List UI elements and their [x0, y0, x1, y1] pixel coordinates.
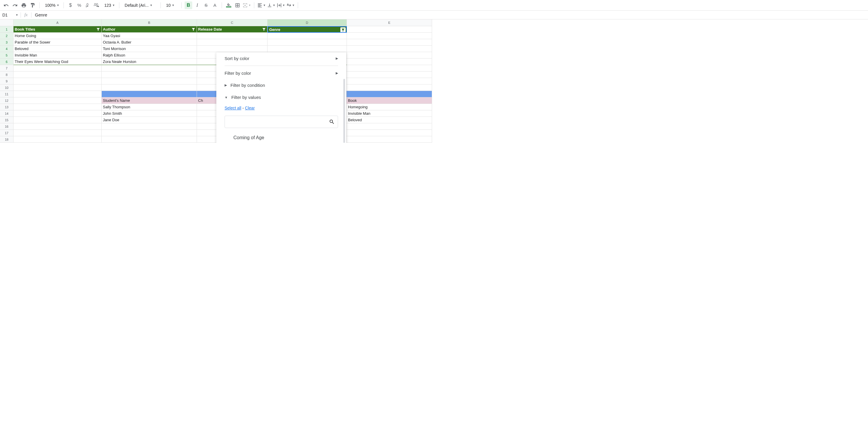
row-header[interactable]: 4: [0, 46, 13, 52]
undo-button[interactable]: [2, 1, 10, 9]
row-header[interactable]: 1: [0, 26, 13, 33]
cell[interactable]: Home Going: [13, 33, 102, 39]
filter-icon-active[interactable]: [340, 27, 346, 33]
text-rotation-button[interactable]: ▼: [286, 1, 295, 9]
strikethrough-button[interactable]: S: [202, 1, 210, 9]
col-header[interactable]: A: [13, 20, 102, 26]
cell[interactable]: Ralph Ellison: [102, 52, 197, 59]
cell[interactable]: Octavia A. Butler: [102, 39, 197, 46]
cell[interactable]: [13, 110, 102, 117]
cell[interactable]: Student's Name: [102, 97, 197, 104]
cell[interactable]: [102, 136, 197, 143]
cell[interactable]: [102, 123, 197, 130]
cell[interactable]: [347, 136, 432, 143]
cell[interactable]: [102, 84, 197, 91]
row-header[interactable]: 11: [0, 91, 13, 97]
popup-scrollbar[interactable]: [343, 79, 345, 143]
cell[interactable]: [347, 33, 432, 39]
currency-button[interactable]: $: [67, 1, 74, 9]
cell[interactable]: [268, 33, 347, 39]
filter-by-values-item[interactable]: ▼ Filter by values: [216, 91, 346, 103]
header-cell-genre[interactable]: Genre: [268, 26, 347, 33]
cell[interactable]: [102, 130, 197, 136]
cell[interactable]: [347, 91, 432, 97]
row-header[interactable]: 12: [0, 97, 13, 104]
cell[interactable]: [197, 39, 268, 46]
row-header[interactable]: 16: [0, 123, 13, 130]
filter-by-color-item[interactable]: Filter by color ▶: [216, 67, 346, 79]
select-all-corner[interactable]: [0, 20, 13, 26]
cell[interactable]: [13, 104, 102, 110]
print-button[interactable]: [20, 1, 28, 9]
cell[interactable]: Toni Morrison: [102, 46, 197, 52]
row-header[interactable]: 5: [0, 52, 13, 59]
cell[interactable]: [13, 84, 102, 91]
cell[interactable]: [268, 39, 347, 46]
header-cell-book-titles[interactable]: Book Titles: [13, 26, 102, 33]
filter-search-box[interactable]: [224, 116, 338, 128]
cell[interactable]: [347, 52, 432, 59]
cell[interactable]: John Smith: [102, 110, 197, 117]
row-header[interactable]: 18: [0, 136, 13, 143]
cell[interactable]: [347, 123, 432, 130]
fill-color-button[interactable]: [225, 1, 232, 9]
row-header[interactable]: 6: [0, 59, 13, 65]
cell[interactable]: [13, 78, 102, 84]
font-size-select[interactable]: 10 ▼: [164, 1, 179, 9]
filter-value-coming-of-age[interactable]: Coming of Age: [231, 132, 340, 143]
bold-button[interactable]: B: [185, 1, 192, 9]
row-header[interactable]: 7: [0, 65, 13, 72]
paint-format-button[interactable]: [29, 1, 36, 9]
cell[interactable]: Their Eyes Were Watching God: [13, 59, 102, 65]
cell[interactable]: [13, 123, 102, 130]
decrease-decimal-button[interactable]: .0: [84, 1, 92, 9]
filter-icon[interactable]: [261, 27, 267, 32]
clear-link[interactable]: Clear: [245, 106, 254, 110]
font-select[interactable]: Default (Ari... ▼: [122, 1, 158, 9]
cell[interactable]: Beloved: [347, 117, 432, 123]
percent-button[interactable]: %: [75, 1, 83, 9]
filter-search-input[interactable]: [228, 119, 329, 124]
cell[interactable]: [347, 84, 432, 91]
cell[interactable]: [347, 39, 432, 46]
cell[interactable]: [347, 26, 432, 33]
row-header[interactable]: 10: [0, 84, 13, 91]
increase-decimal-button[interactable]: .00: [93, 1, 101, 9]
h-align-button[interactable]: ▼: [257, 1, 266, 9]
cell[interactable]: [102, 65, 197, 72]
filter-icon[interactable]: [191, 27, 196, 32]
col-header[interactable]: C: [197, 20, 268, 26]
header-cell-release-date[interactable]: Release Date: [197, 26, 268, 33]
row-header[interactable]: 13: [0, 104, 13, 110]
cell[interactable]: Homegoing: [347, 104, 432, 110]
merge-cells-button[interactable]: ▼: [243, 1, 251, 9]
sort-by-color-item[interactable]: Sort by color ▶: [216, 52, 346, 64]
redo-button[interactable]: [11, 1, 19, 9]
cell[interactable]: [102, 91, 197, 97]
cell[interactable]: [13, 72, 102, 78]
cell[interactable]: [197, 33, 268, 39]
cell[interactable]: Book: [347, 97, 432, 104]
row-header[interactable]: 2: [0, 33, 13, 39]
cell[interactable]: [347, 59, 432, 65]
col-header[interactable]: B: [102, 20, 197, 26]
row-header[interactable]: 17: [0, 130, 13, 136]
row-header[interactable]: 9: [0, 78, 13, 84]
cell[interactable]: Sally Thompson: [102, 104, 197, 110]
italic-button[interactable]: I: [193, 1, 201, 9]
row-header[interactable]: 8: [0, 72, 13, 78]
text-color-button[interactable]: A: [211, 1, 219, 9]
cell[interactable]: [13, 65, 102, 72]
cell[interactable]: [102, 78, 197, 84]
name-box[interactable]: D1 ▼: [0, 13, 21, 17]
select-all-link[interactable]: Select all: [224, 106, 241, 110]
cell[interactable]: Yaa Gyasi: [102, 33, 197, 39]
filter-icon[interactable]: [96, 27, 101, 32]
cell[interactable]: Invisible Man: [347, 110, 432, 117]
row-header[interactable]: 14: [0, 110, 13, 117]
formula-input[interactable]: Genre: [31, 12, 51, 17]
cell[interactable]: [102, 72, 197, 78]
cell[interactable]: Beloved: [13, 46, 102, 52]
row-header[interactable]: 15: [0, 117, 13, 123]
col-header[interactable]: D: [268, 20, 347, 26]
